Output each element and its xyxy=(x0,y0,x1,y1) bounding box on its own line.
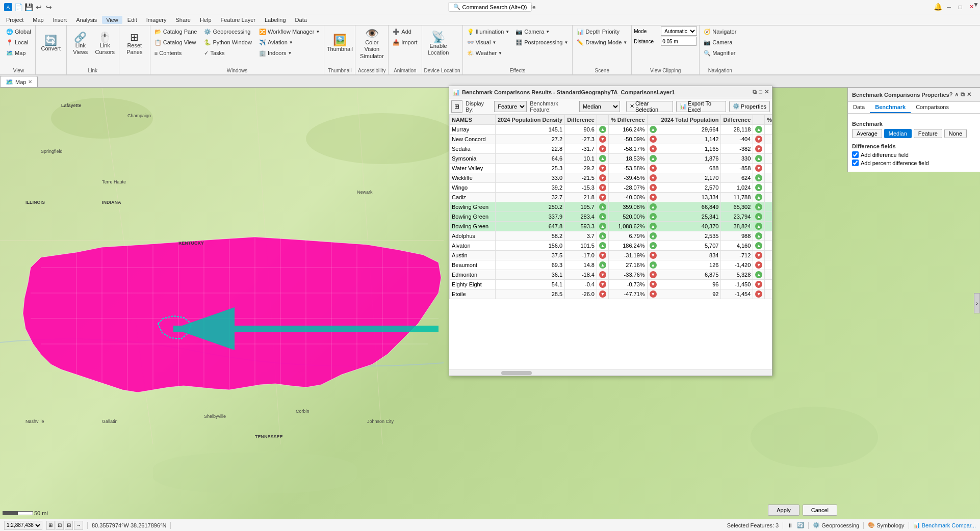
col-diff2[interactable]: Difference xyxy=(721,115,753,125)
nav-btn3[interactable]: ⊟ xyxy=(65,521,73,530)
workflow-manager-btn[interactable]: 🔀 Workflow Manager ▼ xyxy=(257,26,322,37)
catalog-view-btn[interactable]: 📋 Catalog View xyxy=(152,37,199,47)
notification-icon[interactable]: 🔔 xyxy=(934,3,942,12)
table-row[interactable]: Bowling Green 647.8 593.3 ▲ 1,088.62% ▲ … xyxy=(450,222,772,231)
results-maximize-btn[interactable]: □ xyxy=(759,89,762,95)
table-row[interactable]: Eighty Eight 54.1 -0.4 ▼ -0.73% ▼ 96 -1,… xyxy=(450,280,772,289)
map-btn[interactable]: 🗺️ Map xyxy=(4,48,33,58)
scale-select[interactable]: 1:2,887,438 xyxy=(4,521,42,530)
undo-icon[interactable]: ↩ xyxy=(35,3,43,11)
table-row[interactable]: Symsonia 64.6 10.1 ▲ 18.53% ▲ 1,876 330 … xyxy=(450,154,772,164)
tab-benchmark[interactable]: Benchmark xyxy=(870,102,911,113)
mode-select[interactable]: Automatic xyxy=(661,26,697,36)
maximize-btn[interactable]: □ xyxy=(956,3,965,12)
save-icon[interactable]: 💾 xyxy=(24,3,33,11)
menu-edit[interactable]: Edit xyxy=(123,16,141,24)
col-total-pop[interactable]: 2024 Total Population xyxy=(659,115,721,125)
add-difference-checkbox[interactable] xyxy=(852,151,859,158)
illumination-btn[interactable]: 💡 Illumination ▼ xyxy=(465,26,512,37)
distance-input[interactable] xyxy=(661,37,697,46)
menu-insert[interactable]: Insert xyxy=(49,16,71,24)
props-help-btn[interactable]: ? xyxy=(949,91,953,98)
table-row[interactable]: Wickliffe 33.0 -21.5 ▼ -39.45% ▼ 2,170 6… xyxy=(450,173,772,183)
grid-view-btn[interactable]: ⊞ xyxy=(451,100,462,113)
python-window-btn[interactable]: 🐍 Python Window xyxy=(202,37,253,47)
display-by-select[interactable]: Feature xyxy=(494,101,527,112)
menu-view[interactable]: View xyxy=(102,16,122,24)
table-row[interactable]: Sedalia 22.8 -31.7 ▼ -58.17% ▼ 1,165 -38… xyxy=(450,144,772,154)
tab-data[interactable]: Data xyxy=(848,102,870,113)
props-close-btn[interactable]: ✕ xyxy=(967,91,971,98)
command-search[interactable]: 🔍 Command Search (Alt+Q) xyxy=(449,2,532,12)
nav-btn4[interactable]: → xyxy=(74,521,83,530)
cancel-btn[interactable]: Cancel xyxy=(803,505,837,516)
table-row[interactable]: Bowling Green 337.9 283.4 ▲ 520.00% ▲ 25… xyxy=(450,212,772,222)
redo-icon[interactable]: ↪ xyxy=(45,3,53,11)
table-row[interactable]: New Concord 27.2 -27.3 ▼ -50.09% ▼ 1,142… xyxy=(450,135,772,144)
postprocessing-btn[interactable]: 🎛️ Postprocessing ▼ xyxy=(513,37,570,47)
results-close-btn[interactable]: ✕ xyxy=(764,89,769,95)
clear-selection-btn[interactable]: ✕ Clear Selection xyxy=(626,101,673,112)
benchmark-median-btn[interactable]: Median xyxy=(884,129,912,138)
link-cursors-btn[interactable]: 🖱️ LinkCursors xyxy=(93,26,117,61)
magnifier-btn[interactable]: 🔍 Magnifier xyxy=(702,48,738,58)
table-row[interactable]: Alvaton 156.0 101.5 ▲ 186.24% ▲ 5,707 4,… xyxy=(450,241,772,251)
depth-priority-btn[interactable]: 📊 Depth Priority xyxy=(575,26,629,37)
table-row[interactable]: Austin 37.5 -17.0 ▼ -31.19% ▼ 834 -712 ▼… xyxy=(450,251,772,260)
props-collapse-btn[interactable]: ∧ xyxy=(955,91,959,98)
table-row[interactable]: Etoile 28.5 -26.0 ▼ -47.71% ▼ 92 -1,454 … xyxy=(450,289,772,299)
geoprocessing-status[interactable]: ⚙️ Geoprocessing xyxy=(813,522,859,528)
ribbon-expand-btn[interactable]: ▼ xyxy=(973,1,979,8)
catalog-pane-btn[interactable]: 📂 Catalog Pane xyxy=(152,26,199,37)
col-pop-density[interactable]: 2024 Population Density xyxy=(496,115,565,125)
table-row[interactable]: Adolphus 58.2 3.7 ▲ 6.79% ▲ 2,535 988 ▲ … xyxy=(450,231,772,241)
results-restore-btn[interactable]: ⧉ xyxy=(753,89,757,95)
results-table-wrapper[interactable]: NAMES 2024 Population Density Difference… xyxy=(449,115,772,369)
global-btn[interactable]: 🌐 Global xyxy=(4,26,33,37)
menu-labeling[interactable]: Labeling xyxy=(261,16,290,24)
table-row[interactable]: Beaumont 69.3 14.8 ▲ 27.16% ▲ 126 -1,420… xyxy=(450,260,772,270)
convert-btn[interactable]: 🔄 Convert xyxy=(38,26,64,61)
table-row[interactable]: Edmonton 36.1 -18.4 ▼ -33.76% ▼ 6,875 5,… xyxy=(450,270,772,280)
table-row[interactable]: Wingo 39.2 -15.3 ▼ -28.07% ▼ 2,570 1,024… xyxy=(450,183,772,193)
map-tab[interactable]: 🗺️ Map ✕ xyxy=(0,76,38,87)
benchmark-feature-btn[interactable]: Feature xyxy=(914,129,942,138)
nav-btn1[interactable]: ⊞ xyxy=(46,521,55,530)
drawing-mode-btn[interactable]: ✏️ Drawing Mode ▼ xyxy=(575,37,629,47)
contents-btn[interactable]: ≡ Contents xyxy=(152,48,199,58)
map-tab-close[interactable]: ✕ xyxy=(28,79,32,85)
menu-share[interactable]: Share xyxy=(172,16,195,24)
refresh-btn[interactable]: 🔄 xyxy=(797,522,804,528)
camera-btn[interactable]: 📷 Camera ▼ xyxy=(513,26,570,37)
link-views-btn[interactable]: 🔗 LinkViews xyxy=(69,26,92,61)
col-pct-diff2[interactable]: % Difference xyxy=(765,115,772,125)
local-btn[interactable]: 📍 Local xyxy=(4,37,33,47)
col-pct-diff1[interactable]: % Difference xyxy=(608,115,647,125)
properties-results-btn[interactable]: ⚙️ Properties xyxy=(729,101,770,112)
tasks-btn[interactable]: ✓ Tasks xyxy=(202,48,253,58)
menu-map[interactable]: Map xyxy=(29,16,47,24)
thumbnail-btn[interactable]: 🖼️ Thumbnail xyxy=(326,26,353,61)
tab-comparisons[interactable]: Comparisons xyxy=(911,102,954,113)
pause-btn[interactable]: ⏸ xyxy=(787,522,793,528)
file-icon[interactable]: 📄 xyxy=(14,3,22,11)
indoors-btn[interactable]: 🏢 Indoors ▼ xyxy=(257,48,322,58)
benchmark-comparisons-status[interactable]: 📊 Benchmark Compar... xyxy=(913,522,976,528)
minimize-btn[interactable]: ─ xyxy=(944,3,953,12)
table-row[interactable]: Murray 145.1 90.6 ▲ 166.24% ▲ 29,664 28,… xyxy=(450,125,772,135)
add-animation-btn[interactable]: ➕ Add xyxy=(391,26,419,37)
menu-data[interactable]: Data xyxy=(291,16,311,24)
enable-location-btn[interactable]: 📡 EnableLocation xyxy=(424,26,453,61)
panel-collapse-btn[interactable]: › xyxy=(974,293,980,313)
menu-analysis[interactable]: Analysis xyxy=(72,16,101,24)
visual-btn[interactable]: 👓 Visual ▼ xyxy=(465,37,512,47)
aviation-btn[interactable]: ✈️ Aviation ▼ xyxy=(257,37,322,47)
symbology-status[interactable]: 🎨 Symbology xyxy=(868,522,904,528)
props-float-btn[interactable]: ⧉ xyxy=(961,91,965,98)
menu-help[interactable]: Help xyxy=(196,16,216,24)
col-names[interactable]: NAMES xyxy=(450,115,496,125)
apply-btn[interactable]: Apply xyxy=(768,505,800,516)
menu-project[interactable]: Project xyxy=(2,16,28,24)
table-row[interactable]: Bowling Green 250.2 195.7 ▲ 359.08% ▲ 66… xyxy=(450,202,772,212)
col-diff1[interactable]: Difference xyxy=(565,115,597,125)
